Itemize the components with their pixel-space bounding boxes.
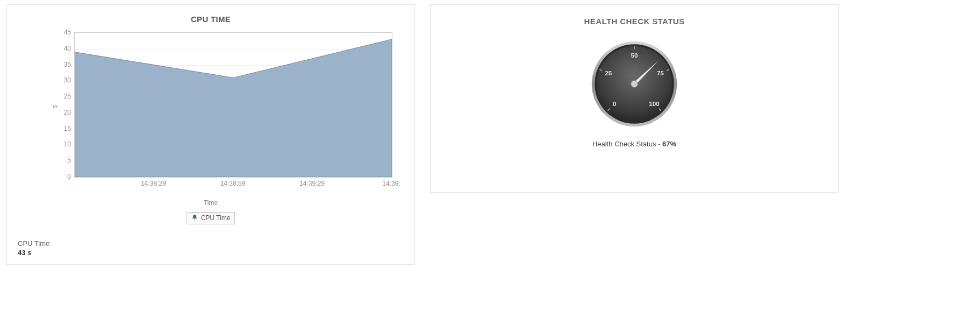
health-caption-value: 67% bbox=[662, 140, 676, 148]
cpu-time-title: CPU TIME bbox=[18, 15, 404, 24]
cpu-time-ytick: 5 bbox=[23, 157, 71, 164]
health-caption-prefix: Health Check Status - bbox=[592, 140, 662, 148]
cpu-time-ytick: 0 bbox=[23, 173, 71, 180]
bell-icon bbox=[191, 214, 198, 222]
cpu-time-xtick: 14:39: bbox=[382, 180, 400, 187]
gauge-tick: 50 bbox=[631, 52, 638, 59]
cpu-time-ytick: 10 bbox=[23, 140, 71, 148]
cpu-time-ytick: 25 bbox=[23, 93, 71, 100]
cpu-time-summary-label: CPU Time bbox=[18, 239, 404, 248]
gauge-tick: 25 bbox=[605, 69, 612, 76]
cpu-time-ylabel: s bbox=[51, 105, 59, 108]
cpu-time-legend-label: CPU Time bbox=[201, 214, 231, 222]
cpu-time-chart: s 051015202530354045 14:38:2914:38:5914:… bbox=[23, 26, 399, 187]
cpu-time-xlabel: Time bbox=[18, 199, 404, 207]
health-panel: HEALTH CHECK STATUS 0255075100 Health Ch… bbox=[430, 4, 839, 193]
cpu-time-ytick: 30 bbox=[23, 76, 71, 84]
cpu-time-ytick: 40 bbox=[23, 45, 71, 52]
gauge-tick: 0 bbox=[613, 100, 617, 107]
health-gauge: 0255075100 bbox=[586, 36, 683, 132]
cpu-time-legend: CPU Time bbox=[187, 212, 235, 224]
svg-point-8 bbox=[631, 81, 638, 88]
cpu-time-xtick: 14:38:59 bbox=[220, 180, 246, 187]
gauge-tick: 75 bbox=[657, 69, 664, 76]
cpu-time-xtick: 14:39:29 bbox=[299, 180, 325, 187]
health-title: HEALTH CHECK STATUS bbox=[441, 17, 827, 26]
cpu-time-summary-value: 43 s bbox=[18, 249, 404, 257]
cpu-time-ytick: 20 bbox=[23, 109, 71, 116]
health-caption: Health Check Status - 67% bbox=[592, 140, 676, 148]
cpu-time-panel: CPU TIME s 051015202530354045 14:38:2914… bbox=[6, 4, 415, 265]
cpu-time-summary: CPU Time 43 s bbox=[18, 239, 404, 257]
cpu-time-ytick: 15 bbox=[23, 125, 71, 132]
gauge-tick: 100 bbox=[649, 100, 660, 107]
cpu-time-xtick: 14:38:29 bbox=[141, 180, 166, 187]
cpu-time-ytick: 45 bbox=[23, 29, 71, 36]
cpu-time-plot bbox=[74, 32, 392, 178]
cpu-time-ytick: 35 bbox=[23, 61, 71, 68]
